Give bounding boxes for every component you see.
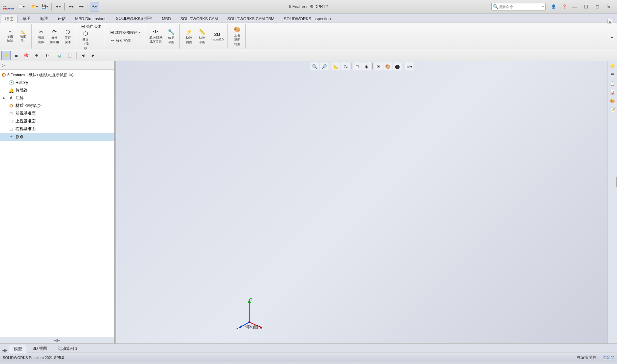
lighting-button[interactable]: ☀ [374,62,383,70]
vt-sep2 [351,63,351,69]
sec-expand-btn[interactable]: ▶ [88,51,98,60]
quick-sketch-button[interactable]: 📏 快速草图 [196,27,208,46]
svg-text:WORKS: WORKS [8,8,14,10]
rp-display-button[interactable]: 📊 [609,89,616,96]
show-hide-button[interactable]: 👁 显示/隐藏几何关系 [148,27,164,46]
redo-button[interactable]: ↪▾ [76,2,86,11]
sec-collapse-btn[interactable]: ◀ [78,51,88,60]
sec-dim-btn[interactable]: ⊕ [32,51,41,60]
restore-button[interactable]: ❐ [581,3,591,10]
select-button[interactable]: ↖▾ [90,2,99,11]
new-button[interactable]: 📄▾ [17,2,26,11]
user-icon[interactable]: 👤 [549,2,558,11]
print-button[interactable]: 🖨▾ [53,2,63,11]
tab-sw-inspection[interactable]: SOLIDWORKS Inspection [279,14,335,23]
save-button[interactable]: 💾▾ [40,2,50,11]
rp-property-button[interactable]: ☰ [609,71,616,79]
ribbon-tabs: 特征 草图 标注 评估 MBD Dimensions SOLIDWORKS 插件… [0,13,617,23]
tab-sw-cam-tbm[interactable]: SOLIDWORKS CAM TBM [223,14,279,23]
tab-annotation[interactable]: 标注 [36,14,53,23]
scroll-right-icon[interactable]: ▶ [5,348,7,353]
maximize-button[interactable]: □ [592,3,603,10]
ribbon-collapse-button[interactable]: ▲ [608,19,612,24]
ribbon-up-button[interactable]: ▲ [609,34,615,39]
help-icon[interactable]: ❓ [560,2,569,11]
ribbon-group-array: ⊞ 线性草图阵列 ▾ ↔ 移动实体 [106,24,144,49]
repair-sketch-button[interactable]: 🔧 修复草图 [165,27,177,46]
sec-config-btn[interactable]: 🎯 [22,51,31,60]
zoom-in-button[interactable]: 🔎 [320,62,329,70]
sketch-button[interactable]: ✏ 草图绘制 [4,27,16,46]
tree-item-front-plane[interactable]: □ 前视基准面 [0,110,114,117]
tree-root[interactable]: ⚙ 5.Features（默认<<默认>_显示状态 1>) [0,71,114,79]
svg-text:X: X [260,328,263,329]
close-button[interactable]: ✕ [604,3,614,10]
section-view-button[interactable]: □ [353,62,362,70]
view-orient-button[interactable]: 🗂 [341,62,350,70]
tab-features[interactable]: 特征 [1,15,18,23]
color-sketch-button[interactable]: 🎨 上色草图轮廓 [231,27,243,46]
rp-appearance-button[interactable]: 🎨 [609,97,616,105]
quick-sketch-label: 快速草图 [199,36,205,44]
rp-feature-button[interactable]: ⭐ [609,62,616,70]
sep5 [101,3,101,10]
quick-capture-button[interactable]: ⚡ 快速捕捉 [183,27,195,46]
tab-mbd-dimensions[interactable]: MBD Dimensions [71,14,111,23]
tab-3d-view[interactable]: 3D 视图 [28,344,52,353]
tree-item-sensor[interactable]: 🔔 传感器 [0,86,114,94]
repair-sketch-label: 修复草图 [168,36,174,44]
move-entity-button[interactable]: ↔ 移动实体 [109,37,132,44]
view-settings-button[interactable]: 🖥▾ [405,62,413,70]
open-button[interactable]: 📂▾ [30,2,39,11]
tab-model[interactable]: 模型 [9,345,27,353]
sec-property-btn[interactable]: ☰ [11,51,21,60]
annotation-icon: A [8,96,14,100]
rp-notes-button[interactable]: 📝 [609,106,616,114]
zoom-to-fit-button[interactable]: 🔍 [310,62,319,70]
mirror-button[interactable]: ⊟ 镜向实体 [80,23,103,30]
trim-button[interactable]: ✂ 剪裁实体 [35,27,47,46]
scenes-button[interactable]: ⬤ [393,62,402,70]
view-toolbar: 🔍 🔎 📐 🗂 □ ◈ ☀ 🎨 ⬤ 🖥▾ [310,62,413,70]
undo-button[interactable]: ↩▾ [66,2,76,11]
tab-evaluate[interactable]: 评估 [53,14,70,23]
smart-dim-button[interactable]: 📐 智能尺寸 [17,27,29,46]
sec-cam-btn[interactable]: 📊 [55,51,64,60]
tab-sketch[interactable]: 草图 [18,14,35,23]
tab-sw-plugins[interactable]: SOLIDWORKS 插件 [112,14,157,23]
linear-array-button[interactable]: ⊞ 线性草图阵列 ▾ [109,29,142,36]
display-style-button[interactable]: ◈ [362,62,371,70]
sec-inspect-btn[interactable]: 📋 [65,51,74,60]
tab-sw-cam[interactable]: SOLIDWORKS CAM [176,14,222,23]
surface-offset-button[interactable]: ⬡ 曲面上偏移 [80,31,92,50]
tree-item-top-plane[interactable]: □ 上视基准面 [0,117,114,125]
tree-item-annotation[interactable]: ▶ A 注解 [0,94,114,102]
search-dropdown-icon[interactable]: ▾ [542,5,544,8]
offset-button[interactable]: ⬡ 等距实体 [62,27,74,46]
sec-display-btn[interactable]: 👁 [42,51,51,60]
linear-array-dropdown[interactable]: ▾ [138,31,140,34]
search-input[interactable] [498,5,542,9]
sec-feature-btn[interactable]: ⭐ [1,51,11,60]
minimize-button[interactable]: — [569,3,580,10]
convert-icon: ⟳ [52,29,57,35]
ribbon-row-1: ✏ 草图绘制 📐 智能尺寸 [4,27,29,46]
convert-button[interactable]: ⟳ 转换体引用 [48,27,61,46]
ribbon-group-color: 🎨 上色草图轮廓 [229,24,246,49]
status-customize[interactable]: 自定义 [603,355,614,360]
tab-mbd[interactable]: MBD [157,14,175,23]
tree-item-material[interactable]: ⚙ 材质 <未指定> [0,102,114,110]
vt-sep4 [403,63,403,69]
instant2d-button[interactable]: 2D Instant2D [209,27,226,46]
viewport[interactable]: 🔍 🔎 📐 🗂 □ ◈ ☀ 🎨 ⬤ 🖥▾ Y [116,61,608,343]
tree-item-origin[interactable]: + 原点 [0,133,114,141]
search-bar[interactable]: 🔍 ▾ [491,3,546,10]
tree-item-right-plane[interactable]: □ 右视基准面 [0,125,114,133]
ribbon-row-7: 👁 显示/隐藏几何关系 🔧 修复草图 [148,27,177,46]
view-palette-button[interactable]: 📐 [332,62,340,70]
scroll-left-icon[interactable]: ◀ [2,348,5,353]
appearance-button[interactable]: 🎨 [383,62,392,70]
rp-config-button[interactable]: 📋 [609,80,616,87]
tab-motion[interactable]: 运动算例 1 [53,344,83,353]
tree-item-history[interactable]: 🕐 History [0,79,114,86]
